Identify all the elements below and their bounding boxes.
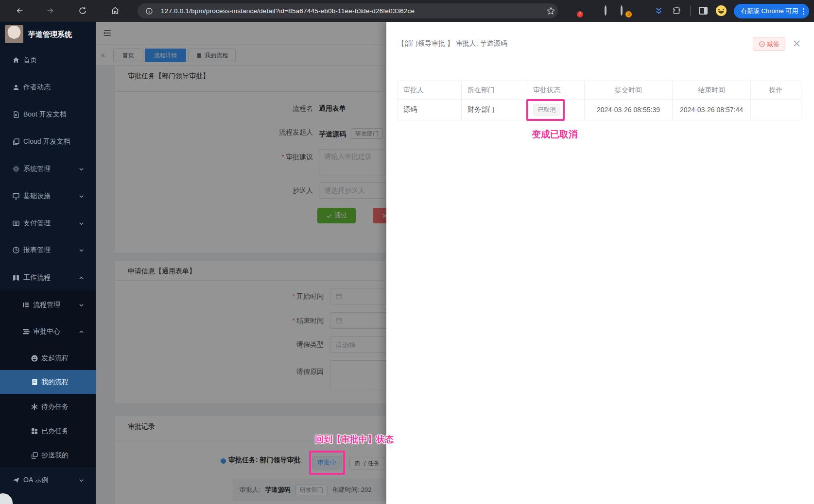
home-icon <box>12 56 20 64</box>
process-list-icon <box>22 301 30 309</box>
chevron-down-icon <box>79 248 84 253</box>
approver-table: 审批人 所在部门 审批状态 提交时间 结束时间 操作 源码 财务部门 已取消 2… <box>397 81 801 120</box>
sidebar-item-approval-center[interactable]: 审批中心 <box>0 319 96 344</box>
sidebar-item-my-process[interactable]: 我的流程 <box>0 370 96 394</box>
chevron-down-icon <box>79 302 84 308</box>
annotation-box-cancelled <box>526 99 565 121</box>
toolbar-divider <box>690 6 691 16</box>
cell-approver: 源码 <box>398 100 462 120</box>
sidebar-item-label: 工作流程 <box>23 273 51 282</box>
side-panel-icon[interactable] <box>699 7 708 15</box>
sidebar-item-label: 作者动态 <box>23 83 51 92</box>
address-bar[interactable]: 127.0.0.1/bpm/process-instance/detail?id… <box>138 3 558 18</box>
forward-icon[interactable] <box>45 5 55 16</box>
circle-minus-icon <box>759 41 765 48</box>
sidebar-item-label: Boot 开发文档 <box>23 110 67 119</box>
chevron-up-icon <box>79 329 84 335</box>
cell-submit-time: 2024-03-26 08:55:39 <box>585 100 673 120</box>
extension-badge: 7 <box>577 11 583 17</box>
chevron-down-icon <box>79 194 84 199</box>
table-row[interactable]: 源码 财务部门 已取消 2024-03-26 08:55:39 2024-03-… <box>398 100 801 120</box>
sidebar-item-workflow[interactable]: 工作流程 <box>0 266 96 290</box>
screenshot-root: 127.0.0.1/bpm/process-instance/detail?id… <box>0 0 814 504</box>
cell-end-time: 2024-03-26 08:57:44 <box>673 100 751 120</box>
annotation-revert-note: 回到【审批中】状态 <box>315 434 394 445</box>
approval-stack-icon <box>22 328 30 336</box>
bookmark-star-icon[interactable] <box>546 6 555 16</box>
extension-icon[interactable]: 7 <box>572 6 581 16</box>
site-info-icon[interactable] <box>145 7 153 15</box>
sidebar-item-cloud-docs[interactable]: Cloud 开发文档 <box>0 130 96 154</box>
sidebar: 芋道管理系统 首页 作者动态 Boot 开发文档 Cloud 开发文档 系统管理… <box>0 22 96 504</box>
drawer-title: 【部门领导审批 】 审批人: 芋道源码 <box>398 39 507 48</box>
grid-icon <box>31 427 38 435</box>
extension-chevrons-icon[interactable] <box>654 6 663 16</box>
extension-gem-icon[interactable] <box>588 6 597 16</box>
cell-department: 财务部门 <box>462 100 527 120</box>
col-submit-time: 提交时间 <box>585 81 673 100</box>
extension-ball-icon[interactable] <box>604 6 613 16</box>
extensions-puzzle-icon[interactable] <box>673 6 682 16</box>
reduce-sign-button[interactable]: 减签 <box>753 37 785 51</box>
sidebar-item-label: 报表管理 <box>23 246 51 254</box>
sidebar-item-system[interactable]: 系统管理 <box>0 157 96 181</box>
chevron-up-icon <box>79 275 84 281</box>
col-status: 审批状态 <box>527 81 585 100</box>
chrome-update-button[interactable]: 有新版 Chrome 可用 <box>734 4 809 18</box>
sidebar-item-label: 审批中心 <box>33 327 60 336</box>
sidebar-item-label: 我的流程 <box>41 378 69 386</box>
url-text[interactable]: 127.0.0.1/bpm/process-instance/detail?id… <box>161 7 415 15</box>
sidebar-item-label: 支付管理 <box>23 219 51 228</box>
copy-icon <box>31 452 38 459</box>
user-icon <box>12 84 20 91</box>
sidebar-item-label: Cloud 开发文档 <box>23 137 70 146</box>
sidebar-item-infra[interactable]: 基础设施 <box>0 184 96 208</box>
sidebar-item-oa-demo[interactable]: OA 示例 <box>0 468 96 492</box>
profile-avatar[interactable] <box>716 5 727 16</box>
document-icon <box>12 111 20 118</box>
sidebar-item-start-process[interactable]: 发起流程 <box>0 346 96 370</box>
gear-icon <box>12 165 20 173</box>
plane-icon <box>12 476 20 484</box>
asterisk-icon <box>31 403 38 411</box>
col-end-time: 结束时间 <box>673 81 751 100</box>
sidebar-item-label: 已办任务 <box>41 427 69 436</box>
sidebar-item-todo-tasks[interactable]: 待办任务 <box>0 395 96 419</box>
cell-action <box>751 100 801 120</box>
extension-badge: 3 <box>625 11 632 17</box>
extension-icon[interactable]: 3 <box>620 6 629 16</box>
smile-icon <box>31 354 38 362</box>
report-icon <box>12 246 20 254</box>
close-icon[interactable] <box>793 39 801 48</box>
logo-avatar <box>5 25 23 43</box>
corner-helper-button[interactable] <box>0 493 13 504</box>
sidebar-item-process-mgmt[interactable]: 流程管理 <box>0 293 96 317</box>
home-icon[interactable] <box>110 5 121 16</box>
app-logo[interactable]: 芋道管理系统 <box>0 22 96 47</box>
sidebar-item-home[interactable]: 首页 <box>0 48 96 72</box>
payment-icon <box>12 219 20 227</box>
table-header-row: 审批人 所在部门 审批状态 提交时间 结束时间 操作 <box>398 81 801 100</box>
reduce-sign-label: 减签 <box>767 40 779 49</box>
chevron-down-icon <box>79 221 84 226</box>
sidebar-item-cc-me[interactable]: 抄送我的 <box>0 443 96 468</box>
sidebar-item-label: OA 示例 <box>23 476 48 485</box>
sidebar-item-label: 流程管理 <box>33 301 60 309</box>
sidebar-item-author[interactable]: 作者动态 <box>0 75 96 100</box>
app-title: 芋道管理系统 <box>28 30 72 39</box>
sidebar-item-boot-docs[interactable]: Boot 开发文档 <box>0 102 96 127</box>
sidebar-item-label: 抄送我的 <box>41 451 69 460</box>
sidebar-item-payment[interactable]: 支付管理 <box>0 211 96 235</box>
browser-menu-icon[interactable] <box>803 8 804 15</box>
annotation-cancelled-note: 变成已取消 <box>532 128 578 141</box>
sidebar-item-label: 发起流程 <box>41 354 69 363</box>
col-action: 操作 <box>751 81 801 100</box>
refresh-icon[interactable] <box>77 5 88 16</box>
chevron-down-icon <box>79 478 84 483</box>
sidebar-item-done-tasks[interactable]: 已办任务 <box>0 419 96 443</box>
back-icon[interactable] <box>15 5 25 16</box>
chevron-down-icon <box>79 167 84 172</box>
browser-chrome: 127.0.0.1/bpm/process-instance/detail?id… <box>0 0 814 22</box>
sidebar-item-report[interactable]: 报表管理 <box>0 238 96 262</box>
extension-star-icon[interactable] <box>638 6 647 16</box>
